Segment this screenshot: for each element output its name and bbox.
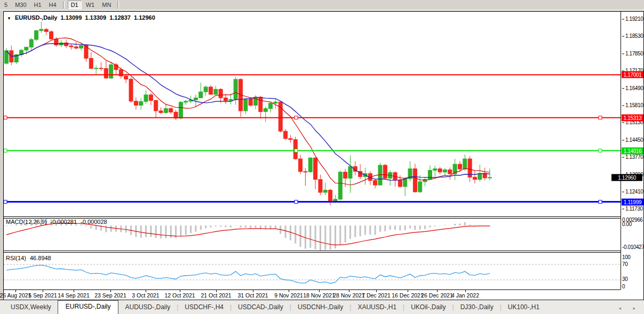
candle-body[interactable] [69,46,73,47]
timeframe-button-H4[interactable]: H4 [46,1,60,9]
candle-body[interactable] [134,101,138,106]
timeframe-button-5[interactable]: 5 [1,1,11,9]
candle-body[interactable] [224,98,227,101]
candle-body[interactable] [149,95,153,100]
candle-body[interactable] [54,39,58,45]
level-line-handle[interactable] [599,116,602,119]
candle-body[interactable] [448,170,452,174]
candle-body[interactable] [44,29,48,31]
candle-body[interactable] [25,47,28,50]
candle-body[interactable] [39,29,43,30]
candle-body[interactable] [314,158,317,179]
candle-body[interactable] [304,172,307,172]
chart-tab-ukoil-daily[interactable]: UKOil-,Daily [404,301,452,314]
candle-body[interactable] [403,179,407,187]
candle-body[interactable] [478,173,482,179]
candle-body[interactable] [264,109,267,112]
symbol-dropdown-icon[interactable]: ▼ [7,16,11,21]
candle-body[interactable] [94,68,98,69]
candle-body[interactable] [204,87,208,92]
candle-body[interactable] [329,190,332,202]
candle-body[interactable] [308,158,312,172]
candle-body[interactable] [234,79,237,100]
chart-tab-usdcad-daily[interactable]: USDCAD-,Daily [232,301,290,314]
candle-body[interactable] [199,92,203,98]
candle-body[interactable] [35,30,38,39]
candle-body[interactable] [99,68,103,69]
candle-body[interactable] [74,47,78,48]
tab-scroll-right-icon[interactable]: ▸ [633,305,641,311]
candle-body[interactable] [164,109,168,113]
candle-body[interactable] [428,170,432,179]
candle-body[interactable] [144,95,148,101]
chart-tab-usdx-weekly[interactable]: USDX,Weekly [4,301,58,314]
chart-tab-audusd-daily[interactable]: AUDUSD-,Daily [118,301,177,314]
candle-body[interactable] [299,159,303,172]
candle-body[interactable] [219,89,222,98]
candle-body[interactable] [323,190,327,192]
candle-body[interactable] [179,102,182,118]
candle-body[interactable] [249,99,252,106]
candle-body[interactable] [319,180,322,192]
candle-body[interactable] [269,103,273,109]
candle-body[interactable] [89,58,93,68]
candle-body[interactable] [154,100,158,111]
candle-body[interactable] [289,139,292,140]
main-price-panel[interactable] [4,22,621,205]
candle-body[interactable] [209,87,212,94]
candle-body[interactable] [488,178,491,178]
candle-body[interactable] [443,170,447,172]
candle-body[interactable] [463,159,467,169]
candle-body[interactable] [159,111,163,112]
timeframe-button-D1[interactable]: D1 [68,1,82,9]
candle-body[interactable] [418,182,422,192]
timeframe-button-M30[interactable]: M30 [12,1,29,9]
chart-tab-xauusd-h1[interactable]: XAUUSD-,H1 [351,301,403,314]
candle-body[interactable] [338,172,342,199]
level-line-handle[interactable] [4,149,7,152]
candle-body[interactable] [284,131,288,139]
level-line-handle[interactable] [295,200,298,204]
candle-body[interactable] [109,65,113,78]
level-line-handle[interactable] [599,149,602,152]
chart-tab-uk100-h1[interactable]: UK100-,H1 [502,301,546,314]
candle-body[interactable] [184,101,188,102]
level-line-handle[interactable] [295,149,298,152]
candle-body[interactable] [259,97,263,111]
candle-body[interactable] [124,76,128,79]
level-line-handle[interactable] [4,116,7,119]
candle-body[interactable] [398,180,402,187]
price-chart-canvas[interactable] [4,12,621,300]
rsi-panel[interactable] [4,264,621,284]
timeframe-button-W1[interactable]: W1 [83,1,98,9]
chart-tab-usdcnh-daily[interactable]: USDCNH-,Daily [291,301,349,314]
candle-body[interactable] [50,31,53,39]
level-line-handle[interactable] [4,200,7,204]
candle-body[interactable] [65,43,68,46]
candle-body[interactable] [383,165,387,178]
candle-body[interactable] [79,45,83,48]
candle-body[interactable] [244,99,248,111]
candle-body[interactable] [194,98,197,100]
candle-body[interactable] [29,39,33,47]
candle-body[interactable] [473,177,476,179]
candle-body[interactable] [104,68,108,78]
candle-body[interactable] [438,169,442,172]
candle-body[interactable] [129,79,133,101]
chart-tab-usdchf-h4[interactable]: USDCHF-,H4 [178,301,230,314]
candle-body[interactable] [413,169,417,192]
candle-body[interactable] [229,100,233,101]
timeframe-button-MN[interactable]: MN [99,1,114,9]
level-line-handle[interactable] [295,116,298,119]
candle-body[interactable] [214,89,218,94]
timeframe-button-H1[interactable]: H1 [31,1,45,9]
tab-scroll-left-icon[interactable]: ◂ [618,305,626,311]
candle-body[interactable] [274,102,277,103]
candle-body[interactable] [373,181,377,186]
level-line-handle[interactable] [599,200,602,204]
candle-body[interactable] [344,172,347,178]
chart-tab-dj30-daily[interactable]: DJ30-,Daily [454,301,500,314]
chart-tab-eurusd-daily[interactable]: EURUSD-,Daily [58,300,119,314]
candle-body[interactable] [433,169,437,171]
candle-body[interactable] [139,101,143,105]
